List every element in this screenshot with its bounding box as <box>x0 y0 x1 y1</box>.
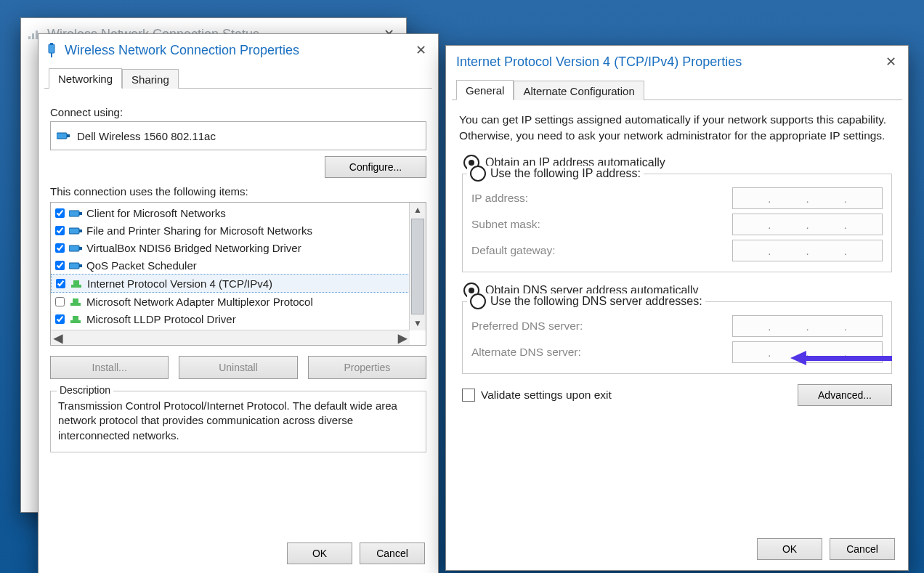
adapter-name: Dell Wireless 1560 802.11ac <box>77 130 216 142</box>
scroll-left-icon[interactable]: ◀ <box>51 330 65 345</box>
description-text: Transmission Control Protocol/Internet P… <box>58 399 418 443</box>
radio-label: Use the following IP address: <box>490 167 641 180</box>
uninstall-button[interactable]: Uninstall <box>179 356 297 379</box>
scroll-up-icon[interactable]: ▲ <box>410 203 426 217</box>
properties-dialog-title: Wireless Network Connection Properties <box>65 43 409 58</box>
svg-rect-1 <box>32 33 34 39</box>
close-icon[interactable]: ✕ <box>409 41 432 59</box>
svg-rect-13 <box>79 247 82 250</box>
item-label: Internet Protocol Version 4 (TCP/IPv4) <box>87 277 272 290</box>
ipv4-help-text: You can get IP settings assigned automat… <box>459 112 895 143</box>
item-checkbox[interactable] <box>55 314 65 324</box>
connection-items-listbox[interactable]: Client for Microsoft NetworksFile and Pr… <box>50 202 426 346</box>
svg-rect-8 <box>69 211 79 216</box>
cancel-button[interactable]: Cancel <box>360 542 425 564</box>
checkbox-icon <box>462 389 475 402</box>
item-label: VirtualBox NDIS6 Bridged Networking Driv… <box>86 242 301 254</box>
list-item[interactable]: Internet Protocol Version 4 (TCP/IPv4) <box>51 274 410 293</box>
configure-button[interactable]: Configure... <box>325 156 426 178</box>
tab-alternate-configuration[interactable]: Alternate Configuration <box>514 81 644 100</box>
item-label: File and Printer Sharing for Microsoft N… <box>86 224 312 237</box>
item-checkbox[interactable] <box>55 243 65 253</box>
svg-rect-21 <box>73 316 78 320</box>
protocol-icon <box>69 295 84 308</box>
item-checkbox[interactable] <box>55 261 65 270</box>
list-item[interactable]: Microsoft Network Adapter Multiplexor Pr… <box>51 293 410 310</box>
network-client-icon <box>69 206 84 219</box>
list-item[interactable]: Client for Microsoft Networks <box>51 204 410 222</box>
item-label: Microsoft Network Adapter Multiplexor Pr… <box>86 296 313 308</box>
item-checkbox[interactable] <box>55 208 65 218</box>
ip-octet-field: ... <box>732 240 883 261</box>
radio-use-following-ip[interactable]: Use the following IP address: <box>467 166 644 182</box>
ip-octet-field: ... <box>732 214 883 235</box>
radio-icon <box>470 166 486 182</box>
ipv4-dialog-title: Internet Protocol Version 4 (TCP/IPv4) P… <box>456 54 879 70</box>
svg-rect-12 <box>69 245 79 251</box>
scroll-right-icon[interactable]: ▶ <box>395 330 410 345</box>
radio-use-following-dns[interactable]: Use the following DNS server addresses: <box>467 293 705 309</box>
cancel-button[interactable]: Cancel <box>830 538 895 560</box>
tab-general[interactable]: General <box>456 80 514 100</box>
list-item[interactable]: QoS Packet Scheduler <box>51 256 410 274</box>
svg-rect-18 <box>70 303 81 306</box>
ipv4-tabstrip: General Alternate Configuration <box>452 76 902 100</box>
dns-row-label: Alternate DNS server: <box>471 346 732 359</box>
validate-settings-checkbox[interactable]: Validate settings upon exit <box>462 389 612 402</box>
checkbox-label: Validate settings upon exit <box>481 389 612 402</box>
ip-row-label: Default gateway: <box>471 244 732 257</box>
component-properties-button[interactable]: Properties <box>308 356 426 379</box>
svg-rect-19 <box>73 298 78 303</box>
item-checkbox[interactable] <box>56 279 65 288</box>
connect-using-label: Connect using: <box>50 106 426 118</box>
list-item[interactable]: File and Printer Sharing for Microsoft N… <box>51 222 410 239</box>
ip-input-row: IP address:... <box>471 187 883 209</box>
connection-properties-dialog: Wireless Network Connection Properties ✕… <box>38 33 439 573</box>
item-checkbox[interactable] <box>55 226 65 235</box>
ip-octet-field: ... <box>732 187 883 209</box>
dns-input-row: Alternate DNS server:... <box>471 341 883 363</box>
svg-rect-9 <box>79 212 82 215</box>
adapter-box[interactable]: Dell Wireless 1560 802.11ac <box>50 121 426 150</box>
install-button[interactable]: Install... <box>50 356 169 379</box>
description-fieldset: Description Transmission Control Protoco… <box>50 391 426 452</box>
network-client-icon <box>69 224 84 237</box>
ip-octet-field: ... <box>732 315 883 337</box>
svg-rect-0 <box>28 36 31 39</box>
tab-networking[interactable]: Networking <box>49 68 122 89</box>
protocol-icon <box>69 312 84 325</box>
list-item[interactable]: VirtualBox NDIS6 Bridged Networking Driv… <box>51 239 410 256</box>
svg-rect-4 <box>50 43 53 45</box>
close-icon[interactable]: ✕ <box>879 53 902 70</box>
network-client-icon <box>69 259 84 272</box>
item-label: Client for Microsoft Networks <box>86 207 226 219</box>
item-checkbox[interactable] <box>55 297 65 306</box>
ip-manual-group: Use the following IP address: IP address… <box>462 174 892 272</box>
svg-rect-3 <box>49 44 54 53</box>
ip-input-row: Subnet mask:... <box>471 214 883 235</box>
svg-rect-16 <box>71 285 81 288</box>
scroll-thumb[interactable] <box>411 219 424 314</box>
svg-rect-14 <box>69 263 79 269</box>
svg-rect-17 <box>73 280 79 285</box>
horizontal-scrollbar[interactable]: ◀ ▶ <box>51 330 410 345</box>
radio-icon <box>470 293 486 309</box>
ip-input-row: Default gateway:... <box>471 240 883 261</box>
item-label: QoS Packet Scheduler <box>86 259 197 272</box>
ip-row-label: IP address: <box>471 192 732 205</box>
network-client-icon <box>69 241 84 254</box>
item-label: Microsoft LLDP Protocol Driver <box>86 313 236 325</box>
scroll-down-icon[interactable]: ▼ <box>410 316 426 330</box>
ok-button[interactable]: OK <box>287 542 352 564</box>
svg-rect-20 <box>70 320 81 323</box>
svg-rect-6 <box>57 133 67 139</box>
dns-row-label: Preferred DNS server: <box>471 320 732 333</box>
svg-rect-7 <box>67 134 70 137</box>
radio-label: Use the following DNS server addresses: <box>490 295 702 308</box>
ok-button[interactable]: OK <box>757 538 822 560</box>
list-item[interactable]: Microsoft LLDP Protocol Driver <box>51 310 410 328</box>
tab-sharing[interactable]: Sharing <box>122 69 179 89</box>
description-legend: Description <box>57 384 113 396</box>
advanced-button[interactable]: Advanced... <box>798 384 892 406</box>
vertical-scrollbar[interactable]: ▲ ▼ <box>409 203 426 330</box>
